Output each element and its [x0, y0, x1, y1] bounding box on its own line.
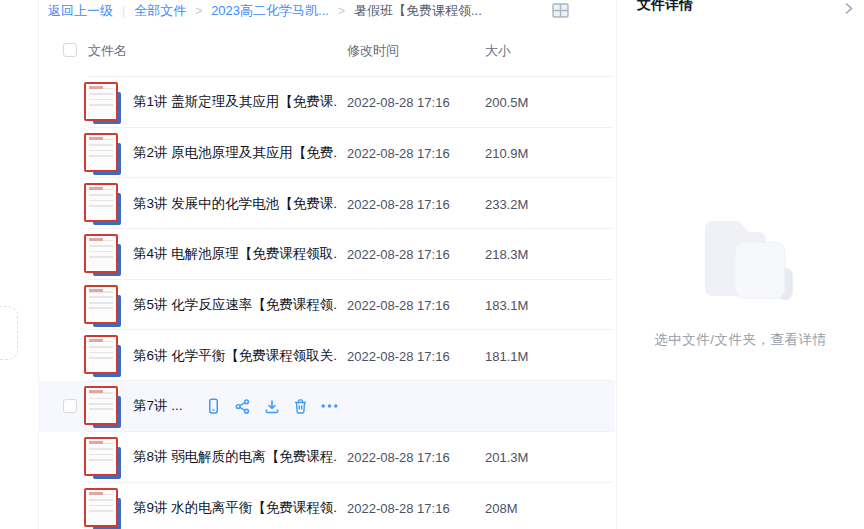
thumbnail-image: [84, 285, 118, 324]
video-thumbnail: [84, 386, 120, 427]
breadcrumb-folder[interactable]: 2023高二化学马凯...: [211, 2, 329, 20]
column-filename: 文件名: [88, 42, 127, 60]
grid-view-icon[interactable]: [552, 3, 569, 18]
thumbnail-image: [84, 234, 118, 273]
breadcrumb-all-files[interactable]: 全部文件: [134, 2, 186, 20]
breadcrumb-current: 暑假班【免费课程领...: [354, 2, 482, 20]
file-size: 233.2M: [485, 196, 528, 211]
file-name[interactable]: 第2讲 原电池原理及其应用【免费...: [133, 144, 338, 162]
video-thumbnail: [84, 82, 120, 123]
row-actions: [205, 398, 338, 415]
file-modified-time: 2022-08-28 17:16: [347, 247, 450, 262]
collapsed-widget[interactable]: [0, 306, 18, 360]
details-panel-title: 文件详情: [637, 0, 693, 14]
video-thumbnail: [84, 488, 120, 529]
file-size: 200.5M: [485, 95, 528, 110]
breadcrumb-separator: >: [338, 3, 345, 18]
file-name[interactable]: 第6讲 化学平衡【免费课程领取关...: [133, 347, 338, 365]
video-thumbnail: [84, 133, 120, 174]
thumbnail-image: [84, 133, 118, 172]
file-modified-time: 2022-08-28 17:16: [347, 146, 450, 161]
thumbnail-image: [84, 488, 118, 527]
table-row[interactable]: 第7讲 ...: [38, 381, 615, 432]
file-name[interactable]: 第9讲 水的电离平衡【免费课程领...: [133, 499, 338, 517]
download-icon[interactable]: [263, 398, 280, 415]
empty-hint-text: 选中文件/文件夹，查看详情: [617, 331, 864, 349]
thumbnail-image: [84, 335, 118, 374]
thumbnail-image: [84, 82, 118, 121]
table-row[interactable]: 第5讲 化学反应速率【免费课程领... 2022-08-28 17:16 183…: [38, 280, 615, 331]
table-row[interactable]: 第2讲 原电池原理及其应用【免费... 2022-08-28 17:16 210…: [38, 128, 615, 179]
file-size: 210.9M: [485, 146, 528, 161]
table-row[interactable]: 第4讲 电解池原理【免费课程领取... 2022-08-28 17:16 218…: [38, 229, 615, 280]
details-panel: 文件详情 选中文件/文件夹，查看详情: [617, 0, 864, 529]
back-link[interactable]: 返回上一级: [48, 2, 113, 20]
table-row[interactable]: 第8讲 弱电解质的电离【免费课程... 2022-08-28 17:16 201…: [38, 432, 615, 483]
table-row[interactable]: 第9讲 水的电离平衡【免费课程领... 2022-08-28 17:16 208…: [38, 483, 615, 529]
file-modified-time: 2022-08-28 17:16: [347, 450, 450, 465]
thumbnail-image: [84, 183, 118, 222]
file-size: 183.1M: [485, 298, 528, 313]
file-name[interactable]: 第8讲 弱电解质的电离【免费课程...: [133, 448, 338, 466]
file-name[interactable]: 第3讲 发展中的化学电池【免费课...: [133, 195, 338, 213]
table-row[interactable]: 第3讲 发展中的化学电池【免费课... 2022-08-28 17:16 233…: [38, 178, 615, 229]
thumbnail-image: [84, 386, 118, 425]
chevron-right-icon[interactable]: [842, 1, 855, 14]
video-thumbnail: [84, 234, 120, 275]
empty-folder-illustration: [692, 212, 804, 312]
file-name[interactable]: 第1讲 盖斯定理及其应用【免费课...: [133, 93, 338, 111]
file-modified-time: 2022-08-28 17:16: [347, 95, 450, 110]
video-thumbnail: [84, 437, 120, 478]
breadcrumb-pipe: |: [122, 4, 125, 18]
file-modified-time: 2022-08-28 17:16: [347, 298, 450, 313]
breadcrumb: 返回上一级 | 全部文件 > 2023高二化学马凯... > 暑假班【免费课程领…: [48, 2, 482, 20]
file-modified-time: 2022-08-28 17:16: [347, 196, 450, 211]
video-thumbnail: [84, 183, 120, 224]
file-name[interactable]: 第5讲 化学反应速率【免费课程领...: [133, 296, 338, 314]
file-size: 201.3M: [485, 450, 528, 465]
file-size: 181.1M: [485, 348, 528, 363]
share-icon[interactable]: [234, 398, 251, 415]
video-thumbnail: [84, 285, 120, 326]
video-thumbnail: [84, 335, 120, 376]
file-size: 218.3M: [485, 247, 528, 262]
file-name[interactable]: 第4讲 电解池原理【免费课程领取...: [133, 245, 338, 263]
file-modified-time: 2022-08-28 17:16: [347, 348, 450, 363]
row-checkbox[interactable]: [63, 399, 77, 413]
select-all-checkbox[interactable]: [63, 43, 77, 57]
trash-icon[interactable]: [292, 398, 309, 415]
file-name[interactable]: 第7讲 ...: [133, 397, 183, 415]
breadcrumb-separator: >: [195, 3, 202, 18]
file-size: 208M: [485, 500, 518, 515]
column-size: 大小: [485, 42, 511, 60]
more-icon[interactable]: [321, 398, 338, 415]
table-row[interactable]: 第6讲 化学平衡【免费课程领取关... 2022-08-28 17:16 181…: [38, 330, 615, 381]
file-list: 第1讲 盖斯定理及其应用【免费课... 2022-08-28 17:16 200…: [38, 77, 615, 529]
table-row[interactable]: 第1讲 盖斯定理及其应用【免费课... 2022-08-28 17:16 200…: [38, 77, 615, 128]
phone-icon[interactable]: [205, 398, 222, 415]
table-header: 文件名 修改时间 大小: [38, 38, 615, 77]
column-modified-time: 修改时间: [347, 42, 399, 60]
file-modified-time: 2022-08-28 17:16: [347, 500, 450, 515]
thumbnail-image: [84, 437, 118, 476]
